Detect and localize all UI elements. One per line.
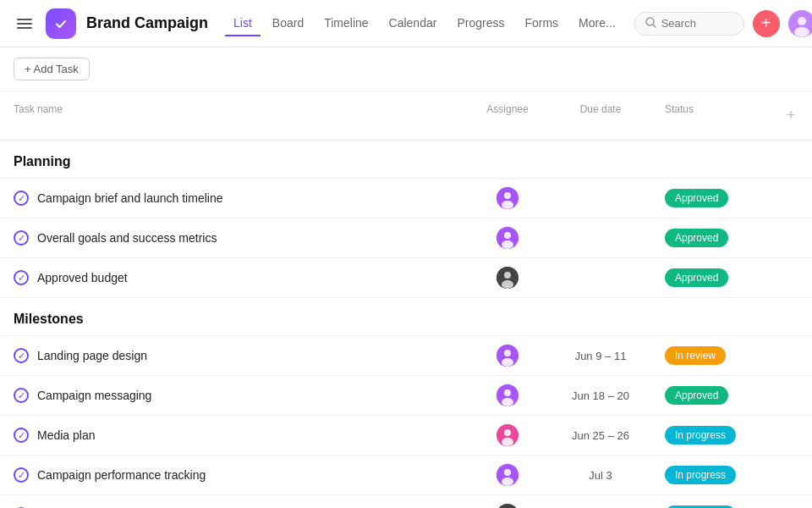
svg-point-20	[502, 358, 513, 367]
svg-rect-1	[17, 23, 32, 25]
status-cell: Approved	[651, 180, 770, 216]
assignee-cell	[465, 336, 550, 375]
task-check-icon[interactable]: ✓	[14, 388, 29, 403]
avatar	[497, 267, 518, 289]
search-icon	[645, 17, 656, 30]
assignee-cell	[465, 495, 550, 508]
nav-tabs: ListBoardTimelineCalendarProgressFormsMo…	[225, 11, 624, 36]
task-check-icon[interactable]: ✓	[14, 348, 29, 363]
status-cell: In progress	[651, 497, 770, 508]
task-name-text: Landing page design	[37, 349, 147, 362]
task-check-icon[interactable]: ✓	[14, 428, 29, 443]
task-name-text: Campaign performance tracking	[37, 468, 206, 482]
task-row[interactable]: ✓Media planJun 25 – 26In progress	[0, 416, 812, 456]
task-row[interactable]: ✓Campaign brief and launch timelineAppro…	[0, 179, 812, 218]
status-cell: In review	[651, 338, 770, 373]
svg-point-7	[798, 17, 806, 25]
due-date-cell: Jul 10	[550, 500, 651, 509]
task-name-cell: ✓Approved budget	[0, 262, 465, 294]
col-status: Status	[651, 98, 770, 133]
menu-button[interactable]	[14, 13, 36, 35]
assignee-cell	[465, 376, 550, 415]
col-task-name: Task name	[0, 98, 465, 133]
search-input[interactable]	[661, 17, 729, 30]
tab-timeline[interactable]: Timeline	[315, 11, 376, 36]
section-title-planning: Planning	[0, 141, 465, 178]
assignee-cell	[465, 179, 550, 218]
task-name-cell: ✓Campaign performance tracking	[0, 459, 465, 491]
svg-rect-2	[17, 27, 32, 29]
add-column-button[interactable]: +	[770, 98, 812, 133]
task-name-text: Overall goals and success metrics	[37, 231, 217, 245]
tab-board[interactable]: Board	[264, 11, 312, 36]
avatar	[497, 227, 518, 249]
due-date-cell	[550, 269, 651, 286]
app-icon	[46, 8, 76, 39]
task-check-icon[interactable]: ✓	[14, 270, 29, 285]
task-name-text: Campaign brief and launch timeline	[37, 191, 222, 205]
avatar	[497, 187, 518, 209]
task-row[interactable]: ✓Campaign performance trackingJul 3In pr…	[0, 456, 812, 495]
task-row[interactable]: ✓Approved budgetApproved	[0, 258, 812, 298]
task-name-text: Approved budget	[37, 271, 128, 284]
assignee-cell	[465, 218, 550, 257]
svg-point-11	[502, 201, 513, 209]
due-date-cell	[550, 190, 651, 207]
due-date-cell: Jun 25 – 26	[550, 421, 651, 450]
task-row[interactable]: ✓Overall goals and success metricsApprov…	[0, 218, 812, 258]
section-planning: Planning	[0, 141, 812, 179]
search-box	[634, 12, 744, 36]
svg-rect-3	[52, 15, 69, 32]
status-badge: Approved	[665, 268, 728, 287]
add-button[interactable]: +	[753, 10, 780, 37]
avatar	[497, 464, 518, 486]
status-cell: In progress	[651, 457, 770, 493]
status-cell: Approved	[651, 260, 770, 295]
status-badge: Approved	[665, 229, 728, 247]
section-title-milestones: Milestones	[0, 298, 465, 335]
avatar	[497, 345, 518, 367]
svg-line-5	[653, 25, 656, 27]
task-row[interactable]: ✓Customer stories finalizedJul 10In prog…	[0, 495, 812, 508]
due-date-cell: Jun 9 – 11	[550, 341, 651, 371]
task-name-cell: ✓Campaign brief and launch timeline	[0, 182, 465, 214]
tab-more[interactable]: More...	[570, 11, 624, 36]
svg-point-17	[502, 280, 513, 289]
table-body: Planning✓Campaign brief and launch timel…	[0, 141, 812, 508]
toolbar: + Add Task	[0, 47, 812, 91]
status-cell: In progress	[651, 417, 770, 453]
tab-list[interactable]: List	[225, 11, 261, 36]
task-row[interactable]: ✓Landing page designJun 9 – 11In review	[0, 336, 812, 376]
col-assignee: Assignee	[465, 98, 550, 133]
task-row[interactable]: ✓Campaign messagingJun 18 – 20Approved	[0, 376, 812, 416]
svg-point-10	[504, 192, 511, 199]
task-check-icon[interactable]: ✓	[14, 190, 29, 206]
svg-point-30	[497, 504, 518, 508]
status-badge: Approved	[665, 189, 728, 207]
assignee-cell	[465, 258, 550, 297]
task-check-icon[interactable]: ✓	[14, 467, 29, 483]
tab-progress[interactable]: Progress	[448, 11, 513, 36]
task-check-icon[interactable]: ✓	[14, 230, 29, 246]
status-badge: In review	[665, 346, 726, 365]
status-badge: In progress	[665, 466, 736, 484]
section-milestones: Milestones	[0, 298, 812, 336]
status-badge: In progress	[665, 426, 736, 444]
task-name-cell: ✓Customer stories finalized	[0, 499, 465, 508]
header-right: +	[634, 10, 812, 37]
tab-forms[interactable]: Forms	[516, 11, 567, 36]
status-badge: Approved	[665, 386, 728, 405]
task-name-text: Media plan	[37, 428, 96, 442]
svg-point-29	[502, 478, 513, 486]
svg-rect-0	[17, 19, 32, 20]
user-avatar[interactable]	[788, 10, 812, 37]
add-task-button[interactable]: + Add Task	[14, 58, 90, 80]
project-title: Brand Campaign	[86, 14, 208, 32]
task-name-cell: ✓Media plan	[0, 419, 465, 451]
svg-point-8	[794, 27, 809, 37]
due-date-cell	[550, 229, 651, 246]
app-header: Brand Campaign ListBoardTimelineCalendar…	[0, 0, 812, 47]
avatar	[497, 504, 518, 508]
due-date-cell: Jun 18 – 20	[550, 381, 651, 411]
tab-calendar[interactable]: Calendar	[381, 11, 446, 36]
